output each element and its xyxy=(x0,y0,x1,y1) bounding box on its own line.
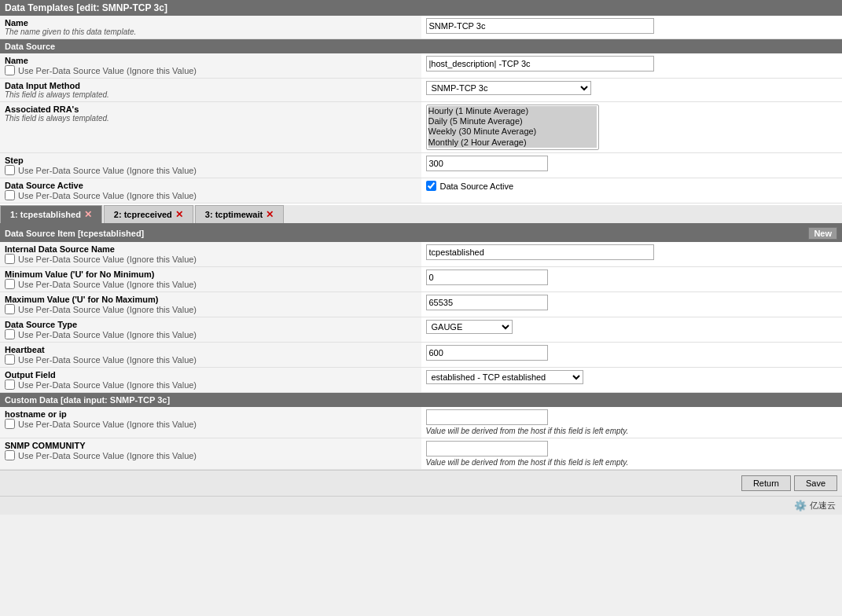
ds-name-checkbox[interactable] xyxy=(5,65,15,75)
ds-item-title-suffix: [tcpestablished] xyxy=(78,229,144,238)
ds-item-title: Data Source Item [tcpestablished] xyxy=(5,229,144,238)
footer: ⚙️ 亿速云 xyxy=(0,496,842,515)
tab-tcptimewait[interactable]: 3: tcptimewait ✕ xyxy=(195,205,284,223)
ds-type-select[interactable]: GAUGE COUNTER DERIVE ABSOLUTE xyxy=(426,320,513,334)
hostname-checkbox-label: Use Per-Data Source Value (Ignore this V… xyxy=(18,420,197,429)
ds-type-checkbox[interactable] xyxy=(5,329,15,339)
snmp-community-checkbox-label: Use Per-Data Source Value (Ignore this V… xyxy=(18,451,197,460)
step-checkbox[interactable] xyxy=(5,165,15,175)
tab-2-close[interactable]: ✕ xyxy=(266,209,274,220)
rra-label: Associated RRA's xyxy=(5,104,417,114)
heartbeat-label-cell: Heartbeat Use Per-Data Source Value (Ign… xyxy=(0,343,421,368)
ds-active-per-source-checkbox[interactable] xyxy=(5,190,15,200)
ds-name-value-cell xyxy=(421,53,843,79)
snmp-community-checkbox-row: Use Per-Data Source Value (Ignore this V… xyxy=(5,450,417,460)
step-label: Step xyxy=(5,156,417,165)
ds-active-checkbox-label: Use Per-Data Source Value (Ignore this V… xyxy=(18,191,197,200)
output-field-checkbox-label: Use Per-Data Source Value (Ignore this V… xyxy=(18,380,197,390)
return-button[interactable]: Return xyxy=(741,475,791,491)
ds-item-table: Internal Data Source Name Use Per-Data S… xyxy=(0,242,842,393)
internal-name-checkbox[interactable] xyxy=(5,254,15,264)
data-input-label: Data Input Method xyxy=(5,81,417,90)
page-title-text: Data Templates xyxy=(5,2,74,13)
heartbeat-label: Heartbeat xyxy=(5,345,417,354)
save-button[interactable]: Save xyxy=(794,475,837,491)
max-value-value-cell xyxy=(421,292,843,317)
output-field-select[interactable]: established - TCP established xyxy=(426,370,583,384)
hostname-hint: Value will be derived from the host if t… xyxy=(426,427,838,435)
max-value-checkbox-row: Use Per-Data Source Value (Ignore this V… xyxy=(5,304,417,314)
heartbeat-checkbox[interactable] xyxy=(5,354,15,365)
data-input-label-cell: Data Input Method This field is always t… xyxy=(0,79,421,102)
name-field-sublabel: The name given to this data template. xyxy=(5,28,417,36)
custom-data-table: hostname or ip Use Per-Data Source Value… xyxy=(0,407,842,470)
tab-0-label: 1: tcpestablished xyxy=(10,210,81,219)
heartbeat-value-cell xyxy=(421,343,843,368)
name-input[interactable] xyxy=(426,18,654,34)
page-title-suffix: [edit: SMNP-TCP 3c] xyxy=(76,2,167,13)
internal-name-label: Internal Data Source Name xyxy=(5,244,417,254)
snmp-community-hint: Value will be derived from the host if t… xyxy=(426,458,838,467)
rra-select[interactable]: Hourly (1 Minute Average) Daily (5 Minut… xyxy=(426,104,599,150)
data-input-select[interactable]: SNMP-TCP 3c xyxy=(426,81,591,95)
hostname-value-cell: Value will be derived from the host if t… xyxy=(421,407,843,438)
heartbeat-checkbox-label: Use Per-Data Source Value (Ignore this V… xyxy=(18,355,197,365)
snmp-community-label: SNMP COMMUNITY xyxy=(5,441,417,450)
ds-type-value-cell: GAUGE COUNTER DERIVE ABSOLUTE xyxy=(421,317,843,343)
ds-active-checked[interactable] xyxy=(426,181,436,191)
footer-logo-text: 亿速云 xyxy=(810,500,836,512)
internal-name-label-cell: Internal Data Source Name Use Per-Data S… xyxy=(0,242,421,267)
data-source-table: Name Use Per-Data Source Value (Ignore t… xyxy=(0,53,842,204)
snmp-community-input[interactable] xyxy=(426,441,548,456)
new-ds-item-button[interactable]: New xyxy=(808,227,837,240)
internal-name-value-cell xyxy=(421,242,843,267)
ds-active-value-cell: Data Source Active xyxy=(421,178,843,204)
ds-active-area: Data Source Active xyxy=(426,181,838,191)
name-value-cell xyxy=(421,16,843,39)
min-value-label: Minimum Value ('U' for No Minimum) xyxy=(5,270,417,279)
step-value-cell xyxy=(421,153,843,178)
min-value-checkbox[interactable] xyxy=(5,279,15,289)
heartbeat-checkbox-row: Use Per-Data Source Value (Ignore this V… xyxy=(5,354,417,365)
rra-value-cell: Hourly (1 Minute Average) Daily (5 Minut… xyxy=(421,102,843,153)
max-value-checkbox-label: Use Per-Data Source Value (Ignore this V… xyxy=(18,305,197,314)
tab-tcpestablished[interactable]: 1: tcpestablished ✕ xyxy=(0,205,102,223)
tab-tcpreceived[interactable]: 2: tcpreceived ✕ xyxy=(104,205,193,223)
heartbeat-input[interactable] xyxy=(426,345,548,361)
data-input-sublabel: This field is always templated. xyxy=(5,90,417,99)
tab-0-close[interactable]: ✕ xyxy=(84,209,92,220)
tabs-row: 1: tcpestablished ✕ 2: tcpreceived ✕ 3: … xyxy=(0,205,842,225)
data-source-title: Data Source xyxy=(5,42,55,51)
snmp-community-label-cell: SNMP COMMUNITY Use Per-Data Source Value… xyxy=(0,438,421,470)
max-value-input[interactable] xyxy=(426,295,548,310)
ds-type-label-cell: Data Source Type Use Per-Data Source Val… xyxy=(0,317,421,343)
tab-1-close[interactable]: ✕ xyxy=(175,209,183,220)
step-checkbox-row: Use Per-Data Source Value (Ignore this V… xyxy=(5,165,417,175)
output-field-label-cell: Output Field Use Per-Data Source Value (… xyxy=(0,368,421,393)
ds-type-label: Data Source Type xyxy=(5,320,417,329)
internal-name-input[interactable] xyxy=(426,244,654,260)
output-field-checkbox[interactable] xyxy=(5,380,15,390)
min-value-input[interactable] xyxy=(426,270,548,285)
internal-name-checkbox-row: Use Per-Data Source Value (Ignore this V… xyxy=(5,254,417,264)
custom-data-title-text: Custom Data [data input: SNMP-TCP 3c] xyxy=(5,395,170,405)
ds-name-label: Name xyxy=(5,56,417,65)
step-checkbox-label: Use Per-Data Source Value (Ignore this V… xyxy=(18,166,197,175)
min-value-checkbox-row: Use Per-Data Source Value (Ignore this V… xyxy=(5,279,417,289)
step-input[interactable] xyxy=(426,156,548,171)
ds-name-checkbox-row: Use Per-Data Source Value (Ignore this V… xyxy=(5,65,417,75)
hostname-input[interactable] xyxy=(426,409,548,425)
footer-logo-icon: ⚙️ xyxy=(794,500,807,512)
ds-name-input[interactable] xyxy=(426,56,654,72)
snmp-community-checkbox[interactable] xyxy=(5,450,15,460)
output-field-value-cell: established - TCP established xyxy=(421,368,843,393)
tab-1-label: 2: tcpreceived xyxy=(114,210,172,219)
ds-name-label-cell: Name Use Per-Data Source Value (Ignore t… xyxy=(0,53,421,79)
max-value-checkbox[interactable] xyxy=(5,304,15,314)
hostname-checkbox[interactable] xyxy=(5,419,15,429)
page-title: Data Templates [edit: SMNP-TCP 3c] xyxy=(0,0,842,16)
rra-label-cell: Associated RRA's This field is always te… xyxy=(0,102,421,153)
ds-active-checkbox-row: Use Per-Data Source Value (Ignore this V… xyxy=(5,190,417,200)
name-label-cell: Name The name given to this data templat… xyxy=(0,16,421,39)
ds-active-text: Data Source Active xyxy=(440,182,514,191)
